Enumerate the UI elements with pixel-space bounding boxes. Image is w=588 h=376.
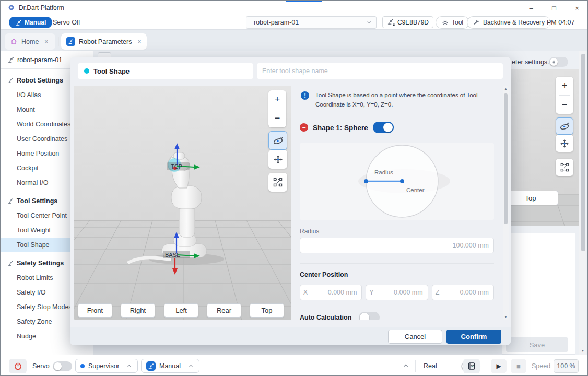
radius-field-label: Radius	[300, 228, 319, 235]
minimize-button[interactable]: –	[520, 1, 543, 15]
auto-calculation-toggle[interactable]	[359, 312, 380, 320]
parameter-settings-lock-toggle[interactable]	[549, 57, 568, 67]
view-left-button[interactable]: Left	[164, 303, 198, 318]
cancel-button[interactable]: Cancel	[388, 330, 442, 344]
shape-settings-panel: ! Tool Shape is based on a point where t…	[296, 86, 494, 320]
backdrive-recovery-button[interactable]: Backdrive & Recovery	[467, 16, 551, 29]
pan-icon	[273, 154, 284, 165]
radius-input[interactable]	[300, 238, 493, 253]
status-bar: Servo Supervisor Manual	[1, 355, 588, 376]
base-label: BASE	[165, 252, 180, 258]
clock-label: PM 04:07	[547, 19, 575, 26]
tool-button[interactable]: Tool	[436, 16, 469, 29]
background-top-view-button[interactable]: Top	[503, 191, 558, 205]
window-scrollbar[interactable]: ▼	[579, 51, 586, 355]
simulator-3d-button[interactable]: 3D	[463, 359, 480, 373]
mode-manual-label: Manual	[25, 19, 46, 26]
measure-tool-button[interactable]	[268, 173, 287, 192]
remove-shape-icon[interactable]: −	[300, 123, 308, 132]
close-button[interactable]: ×	[566, 1, 588, 15]
confirm-button[interactable]: Confirm	[446, 330, 501, 344]
zoom-out-button[interactable]: −	[268, 109, 286, 127]
play-button[interactable]: ▶	[491, 359, 507, 373]
tab-home-label: Home	[21, 38, 39, 45]
orbit-tool-button[interactable]	[556, 118, 573, 135]
svg-text:3D: 3D	[471, 365, 475, 368]
view-rear-button[interactable]: Rear	[207, 303, 241, 318]
auto-calculation-label: Auto Calculation	[300, 314, 351, 320]
sidebar-header-label: robot-param-01	[17, 56, 62, 64]
save-button-label: Save	[530, 341, 545, 349]
lock-icon	[550, 58, 558, 66]
center-position-label: Center Position	[300, 271, 348, 278]
save-button[interactable]: Save	[506, 337, 568, 352]
stop-button[interactable]: ■	[511, 359, 526, 373]
pan-tool-button[interactable]	[268, 150, 287, 169]
tab-robot-parameters[interactable]: Robot Parameters ×	[61, 33, 147, 50]
info-icon: !	[301, 91, 309, 100]
center-y-input[interactable]	[377, 285, 427, 300]
chevron-up-icon	[402, 361, 410, 370]
center-x-input[interactable]	[311, 285, 361, 300]
measure-icon	[273, 177, 283, 187]
home-icon	[10, 38, 18, 45]
tool-shape-name-input[interactable]	[257, 63, 503, 79]
cyan-dot-icon	[84, 68, 89, 74]
dialog-title-chip: Tool Shape	[78, 63, 253, 79]
robot-3d-viewport[interactable]: TCP BASE + −	[74, 86, 291, 320]
view-top-button[interactable]: Top	[250, 303, 284, 318]
orbit-icon	[559, 121, 570, 132]
tab-robot-parameters-close-icon[interactable]: ×	[137, 38, 141, 45]
servo-label: Servo	[32, 362, 50, 370]
power-icon	[14, 362, 22, 371]
robot-icon	[7, 56, 14, 63]
mode-dropdown[interactable]: Manual	[141, 359, 199, 373]
pan-tool-button[interactable]	[556, 135, 573, 152]
tcp-label: TCP	[171, 163, 182, 170]
diagram-radius-label: Radius	[374, 169, 393, 175]
robot-serial-chip[interactable]: C9E8B79D	[382, 16, 433, 28]
3d-viewer-icon: 3D	[467, 361, 476, 371]
view-front-button[interactable]: Front	[78, 303, 112, 318]
orbit-tool-button[interactable]	[268, 131, 287, 150]
speed-label: Speed	[532, 362, 550, 370]
panel-scrollbar[interactable]: ▲ ▼	[503, 86, 509, 320]
center-z-input[interactable]	[443, 285, 493, 300]
role-dropdown[interactable]: Supervisor	[75, 359, 138, 373]
tab-home[interactable]: Home ×	[5, 33, 55, 50]
robot-icon	[15, 19, 22, 26]
background-top-view-label: Top	[525, 194, 536, 202]
preset-dropdown-value: robot-param-01	[246, 19, 366, 26]
orbit-icon	[272, 135, 284, 147]
background-partial-button	[98, 52, 111, 57]
speed-value-box[interactable]: 100 %	[554, 359, 579, 373]
scroll-up-icon[interactable]: ▲	[503, 87, 509, 90]
dock-collapse-button[interactable]	[402, 361, 410, 370]
tool-settings-icon	[7, 198, 14, 204]
scroll-down-icon[interactable]: ▼	[503, 315, 509, 319]
safety-settings-icon	[7, 260, 14, 266]
robot-parameters-icon	[66, 37, 75, 46]
center-y-field: Y	[366, 285, 428, 300]
auto-calculation-row: Auto Calculation	[300, 312, 380, 320]
zoom-in-button[interactable]: +	[268, 90, 286, 109]
zoom-out-button[interactable]: −	[556, 96, 573, 114]
view-right-button[interactable]: Right	[121, 303, 155, 318]
toolbar-divider	[430, 18, 430, 27]
shape-row: − Shape 1: Sphere	[300, 122, 394, 133]
mode-manual-button[interactable]: Manual	[9, 17, 52, 28]
tab-bar: Home × Robot Parameters ×	[1, 30, 588, 51]
mode-dropdown-value: Manual	[159, 362, 184, 370]
measure-tool-button[interactable]	[556, 159, 573, 176]
zoom-in-button[interactable]: +	[556, 77, 573, 95]
chevron-up-icon	[187, 362, 194, 369]
radius-field	[300, 238, 494, 253]
servo-toggle[interactable]	[53, 361, 72, 371]
preset-dropdown[interactable]: robot-param-01	[246, 16, 377, 29]
power-button[interactable]	[9, 359, 27, 373]
shape-enabled-toggle[interactable]	[373, 122, 394, 133]
maximize-button[interactable]: □	[543, 1, 566, 15]
scroll-down-icon[interactable]: ▼	[579, 349, 586, 352]
tab-home-close-icon[interactable]: ×	[44, 38, 48, 45]
app-window: Dr.Dart-Platform – □ × Manual Servo Off …	[0, 0, 588, 376]
